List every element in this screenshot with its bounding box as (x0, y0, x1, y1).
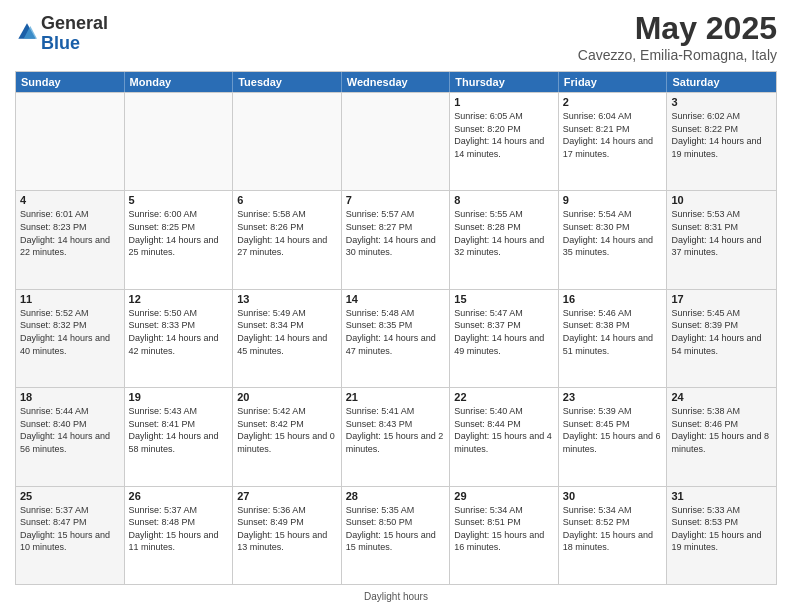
calendar-cell: 4Sunrise: 6:01 AM Sunset: 8:23 PM Daylig… (16, 191, 125, 288)
day-number: 15 (454, 293, 554, 305)
day-number: 10 (671, 194, 772, 206)
calendar-cell: 27Sunrise: 5:36 AM Sunset: 8:49 PM Dayli… (233, 487, 342, 584)
day-info: Sunrise: 5:41 AM Sunset: 8:43 PM Dayligh… (346, 405, 446, 455)
day-info: Sunrise: 5:54 AM Sunset: 8:30 PM Dayligh… (563, 208, 663, 258)
month-title: May 2025 (578, 10, 777, 47)
day-number: 5 (129, 194, 229, 206)
calendar-body: 1Sunrise: 6:05 AM Sunset: 8:20 PM Daylig… (16, 92, 776, 584)
day-info: Sunrise: 5:57 AM Sunset: 8:27 PM Dayligh… (346, 208, 446, 258)
calendar-cell (342, 93, 451, 190)
day-number: 14 (346, 293, 446, 305)
day-number: 20 (237, 391, 337, 403)
day-info: Sunrise: 6:04 AM Sunset: 8:21 PM Dayligh… (563, 110, 663, 160)
day-number: 9 (563, 194, 663, 206)
day-info: Sunrise: 5:37 AM Sunset: 8:47 PM Dayligh… (20, 504, 120, 554)
day-info: Sunrise: 5:46 AM Sunset: 8:38 PM Dayligh… (563, 307, 663, 357)
day-info: Sunrise: 5:42 AM Sunset: 8:42 PM Dayligh… (237, 405, 337, 455)
day-info: Sunrise: 5:43 AM Sunset: 8:41 PM Dayligh… (129, 405, 229, 455)
day-header-friday: Friday (559, 72, 668, 92)
day-info: Sunrise: 6:05 AM Sunset: 8:20 PM Dayligh… (454, 110, 554, 160)
day-number: 6 (237, 194, 337, 206)
day-number: 8 (454, 194, 554, 206)
calendar-cell: 22Sunrise: 5:40 AM Sunset: 8:44 PM Dayli… (450, 388, 559, 485)
calendar-cell: 3Sunrise: 6:02 AM Sunset: 8:22 PM Daylig… (667, 93, 776, 190)
day-number: 2 (563, 96, 663, 108)
calendar-cell: 13Sunrise: 5:49 AM Sunset: 8:34 PM Dayli… (233, 290, 342, 387)
day-info: Sunrise: 5:55 AM Sunset: 8:28 PM Dayligh… (454, 208, 554, 258)
day-number: 12 (129, 293, 229, 305)
logo-blue: Blue (41, 33, 80, 53)
calendar-cell: 10Sunrise: 5:53 AM Sunset: 8:31 PM Dayli… (667, 191, 776, 288)
day-number: 7 (346, 194, 446, 206)
footer-text: Daylight hours (364, 591, 428, 602)
calendar-cell: 26Sunrise: 5:37 AM Sunset: 8:48 PM Dayli… (125, 487, 234, 584)
day-number: 24 (671, 391, 772, 403)
location-subtitle: Cavezzo, Emilia-Romagna, Italy (578, 47, 777, 63)
day-number: 17 (671, 293, 772, 305)
day-number: 16 (563, 293, 663, 305)
day-info: Sunrise: 5:48 AM Sunset: 8:35 PM Dayligh… (346, 307, 446, 357)
logo-text: General Blue (41, 14, 108, 54)
day-number: 28 (346, 490, 446, 502)
day-number: 3 (671, 96, 772, 108)
calendar-cell: 25Sunrise: 5:37 AM Sunset: 8:47 PM Dayli… (16, 487, 125, 584)
day-number: 29 (454, 490, 554, 502)
calendar-cell: 9Sunrise: 5:54 AM Sunset: 8:30 PM Daylig… (559, 191, 668, 288)
day-number: 27 (237, 490, 337, 502)
day-info: Sunrise: 5:34 AM Sunset: 8:51 PM Dayligh… (454, 504, 554, 554)
calendar-cell: 1Sunrise: 6:05 AM Sunset: 8:20 PM Daylig… (450, 93, 559, 190)
day-info: Sunrise: 5:37 AM Sunset: 8:48 PM Dayligh… (129, 504, 229, 554)
footer: Daylight hours (15, 591, 777, 602)
day-info: Sunrise: 5:39 AM Sunset: 8:45 PM Dayligh… (563, 405, 663, 455)
day-info: Sunrise: 6:02 AM Sunset: 8:22 PM Dayligh… (671, 110, 772, 160)
calendar-cell: 23Sunrise: 5:39 AM Sunset: 8:45 PM Dayli… (559, 388, 668, 485)
day-header-saturday: Saturday (667, 72, 776, 92)
day-number: 31 (671, 490, 772, 502)
day-info: Sunrise: 5:36 AM Sunset: 8:49 PM Dayligh… (237, 504, 337, 554)
calendar-cell: 15Sunrise: 5:47 AM Sunset: 8:37 PM Dayli… (450, 290, 559, 387)
calendar-cell: 14Sunrise: 5:48 AM Sunset: 8:35 PM Dayli… (342, 290, 451, 387)
day-info: Sunrise: 5:40 AM Sunset: 8:44 PM Dayligh… (454, 405, 554, 455)
page: General Blue May 2025 Cavezzo, Emilia-Ro… (0, 0, 792, 612)
day-info: Sunrise: 5:47 AM Sunset: 8:37 PM Dayligh… (454, 307, 554, 357)
day-number: 22 (454, 391, 554, 403)
day-info: Sunrise: 6:00 AM Sunset: 8:25 PM Dayligh… (129, 208, 229, 258)
calendar-cell: 30Sunrise: 5:34 AM Sunset: 8:52 PM Dayli… (559, 487, 668, 584)
calendar-cell: 8Sunrise: 5:55 AM Sunset: 8:28 PM Daylig… (450, 191, 559, 288)
day-header-monday: Monday (125, 72, 234, 92)
day-info: Sunrise: 5:52 AM Sunset: 8:32 PM Dayligh… (20, 307, 120, 357)
calendar-cell: 29Sunrise: 5:34 AM Sunset: 8:51 PM Dayli… (450, 487, 559, 584)
calendar-cell: 18Sunrise: 5:44 AM Sunset: 8:40 PM Dayli… (16, 388, 125, 485)
title-block: May 2025 Cavezzo, Emilia-Romagna, Italy (578, 10, 777, 63)
calendar-cell: 7Sunrise: 5:57 AM Sunset: 8:27 PM Daylig… (342, 191, 451, 288)
day-number: 23 (563, 391, 663, 403)
day-info: Sunrise: 5:45 AM Sunset: 8:39 PM Dayligh… (671, 307, 772, 357)
calendar: SundayMondayTuesdayWednesdayThursdayFrid… (15, 71, 777, 585)
calendar-week-1: 1Sunrise: 6:05 AM Sunset: 8:20 PM Daylig… (16, 92, 776, 190)
day-info: Sunrise: 5:35 AM Sunset: 8:50 PM Dayligh… (346, 504, 446, 554)
calendar-cell: 31Sunrise: 5:33 AM Sunset: 8:53 PM Dayli… (667, 487, 776, 584)
calendar-week-3: 11Sunrise: 5:52 AM Sunset: 8:32 PM Dayli… (16, 289, 776, 387)
day-number: 1 (454, 96, 554, 108)
day-number: 30 (563, 490, 663, 502)
calendar-cell: 16Sunrise: 5:46 AM Sunset: 8:38 PM Dayli… (559, 290, 668, 387)
calendar-cell: 24Sunrise: 5:38 AM Sunset: 8:46 PM Dayli… (667, 388, 776, 485)
calendar-cell: 2Sunrise: 6:04 AM Sunset: 8:21 PM Daylig… (559, 93, 668, 190)
day-header-thursday: Thursday (450, 72, 559, 92)
calendar-cell: 12Sunrise: 5:50 AM Sunset: 8:33 PM Dayli… (125, 290, 234, 387)
day-number: 26 (129, 490, 229, 502)
calendar-header: SundayMondayTuesdayWednesdayThursdayFrid… (16, 72, 776, 92)
day-header-tuesday: Tuesday (233, 72, 342, 92)
day-number: 13 (237, 293, 337, 305)
day-number: 25 (20, 490, 120, 502)
day-info: Sunrise: 5:58 AM Sunset: 8:26 PM Dayligh… (237, 208, 337, 258)
day-info: Sunrise: 5:44 AM Sunset: 8:40 PM Dayligh… (20, 405, 120, 455)
calendar-cell: 5Sunrise: 6:00 AM Sunset: 8:25 PM Daylig… (125, 191, 234, 288)
day-number: 19 (129, 391, 229, 403)
day-number: 18 (20, 391, 120, 403)
calendar-cell (125, 93, 234, 190)
calendar-cell (16, 93, 125, 190)
logo-icon (17, 22, 37, 42)
day-info: Sunrise: 5:34 AM Sunset: 8:52 PM Dayligh… (563, 504, 663, 554)
day-info: Sunrise: 5:49 AM Sunset: 8:34 PM Dayligh… (237, 307, 337, 357)
